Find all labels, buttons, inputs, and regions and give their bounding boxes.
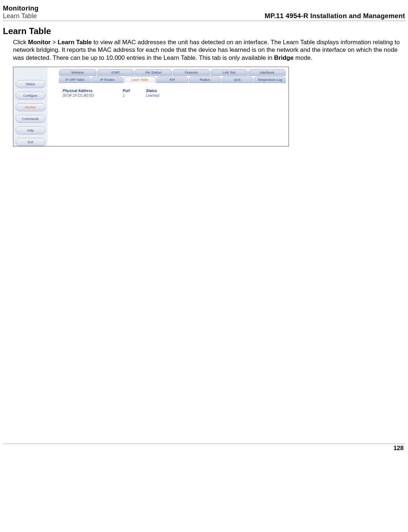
tab-row-1: Wireless ICMP Per Station Features Link … xyxy=(59,69,286,76)
body-paragraph: Click Monitor > Learn Table to view all … xyxy=(13,38,405,62)
screenshot-ui: Status Configure Monitor Commands Help E… xyxy=(13,67,289,146)
tab-learn-table[interactable]: Learn Table xyxy=(124,76,156,83)
body-bold-bridge: Bridge xyxy=(274,54,294,61)
main-panel: Wireless ICMP Per Station Features Link … xyxy=(47,67,289,146)
header-left-subtitle: Learn Table xyxy=(3,12,39,20)
header-left-title: Monitoring xyxy=(3,4,39,12)
body-text: > xyxy=(51,39,58,46)
body-bold-monitor: Monitor xyxy=(28,39,51,46)
tab-per-station[interactable]: Per Station xyxy=(135,69,172,76)
section-title: Learn Table xyxy=(3,26,405,36)
sidebar-item-monitor[interactable]: Monitor xyxy=(16,103,45,111)
learn-table-content: Physical Address Port Status 00:0F:1F:D1… xyxy=(63,89,286,97)
tab-radius[interactable]: Radius xyxy=(189,76,221,83)
table-header-row: Physical Address Port Status xyxy=(63,89,286,93)
tab-ip-routes[interactable]: IP Routes xyxy=(92,76,123,83)
body-bold-learn-table: Learn Table xyxy=(58,39,92,46)
tab-temperature-log[interactable]: Temperature Log xyxy=(254,76,286,83)
page-number: 128 xyxy=(3,444,405,452)
tab-wireless[interactable]: Wireless xyxy=(59,69,96,76)
sidebar-item-help[interactable]: Help xyxy=(16,126,45,134)
header-right-title: MP.11 4954-R Installation and Management xyxy=(265,12,405,20)
tab-icmp[interactable]: ICMP xyxy=(97,69,134,76)
tab-rip[interactable]: RIP xyxy=(156,76,188,83)
sidebar-item-configure[interactable]: Configure xyxy=(16,92,45,100)
th-port: Port xyxy=(123,89,133,93)
td-physical-address: 00:0F:1F:D1:A0:5D xyxy=(63,93,110,97)
sidebar-item-status[interactable]: Status xyxy=(16,80,45,88)
body-text: mode. xyxy=(294,54,312,61)
tab-features[interactable]: Features xyxy=(173,69,210,76)
tab-qos[interactable]: QoS xyxy=(222,76,253,83)
sidebar: Status Configure Monitor Commands Help E… xyxy=(13,67,47,146)
table-row: 00:0F:1F:D1:A0:5D 1 Learned xyxy=(63,93,286,97)
tab-row-2: IP ARP Table IP Routes Learn Table RIP R… xyxy=(59,76,286,83)
tab-interfaces[interactable]: Interfaces xyxy=(248,69,286,76)
th-physical-address: Physical Address xyxy=(63,89,110,93)
td-status: Learned xyxy=(146,93,168,97)
sidebar-item-commands[interactable]: Commands xyxy=(16,115,45,123)
th-status: Status xyxy=(146,89,168,93)
td-port: 1 xyxy=(123,93,133,97)
tab-ip-arp-table[interactable]: IP ARP Table xyxy=(59,76,91,83)
tab-link-test[interactable]: Link Test xyxy=(211,69,248,76)
body-text: Click xyxy=(13,39,28,46)
sidebar-item-exit[interactable]: Exit xyxy=(16,138,45,146)
